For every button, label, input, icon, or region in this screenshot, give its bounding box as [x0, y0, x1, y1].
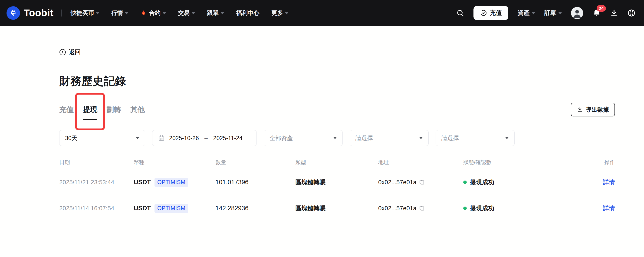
chevron-down-icon: [285, 12, 288, 14]
filter-bar: 30天 2025-10-26 – 2025-11-24 全部資產 請選擇 請: [59, 130, 615, 146]
deposit-icon: [480, 10, 487, 16]
back-circle-icon: [59, 49, 66, 56]
chevron-down-icon: [505, 137, 509, 139]
network-tag: OPTIMISM: [154, 178, 188, 187]
date-from: 2025-10-26: [169, 135, 199, 142]
header-type: 類型: [296, 159, 378, 166]
chevron-down-icon: [125, 12, 128, 14]
table-row: 2025/11/21 23:53:44 USDT OPTIMISM 101.01…: [59, 169, 615, 195]
address-value: 0x02...57e01a: [378, 179, 416, 186]
status-text: 提現成功: [470, 204, 494, 212]
search-icon[interactable]: [456, 9, 464, 17]
table-header-row: 日期 幣種 數量 類型 地址 狀態/確認數 操作: [59, 155, 615, 169]
header-date: 日期: [59, 159, 134, 166]
amount-value: 142.282936: [215, 205, 248, 212]
top-nav: Toobit 快捷买币 行情 合约 交易: [0, 0, 644, 26]
chevron-down-icon: [221, 12, 224, 14]
language-globe-icon[interactable]: [627, 9, 636, 17]
calendar-icon: [158, 134, 165, 142]
chevron-down-icon: [419, 137, 423, 139]
coin-symbol: USDT: [134, 179, 151, 186]
status-select[interactable]: 請選擇: [436, 130, 514, 146]
menu-item-rewards-hub[interactable]: 福利中心: [236, 9, 259, 17]
tab-deposit[interactable]: 充值: [59, 102, 74, 120]
copy-icon[interactable]: [419, 205, 425, 212]
amount-value: 101.017396: [215, 179, 248, 186]
brand-logo[interactable]: Toobit: [6, 6, 54, 20]
address-value: 0x02...57e01a: [378, 205, 416, 212]
tabs-row: 充值 提現 劃轉 其他 導出數據: [59, 102, 615, 120]
date-separator: –: [203, 135, 209, 142]
row-date: 2025/11/21 23:53:44: [59, 179, 134, 186]
export-download-icon: [577, 106, 583, 112]
date-range-picker[interactable]: 2025-10-26 – 2025-11-24: [152, 130, 257, 146]
notification-badge: 24: [596, 5, 606, 12]
header-action: 操作: [569, 159, 615, 166]
chevron-down-icon: [96, 12, 99, 14]
menu-item-futures[interactable]: 合约: [140, 9, 166, 17]
coin-symbol: USDT: [134, 205, 151, 212]
menu-item-more[interactable]: 更多: [271, 9, 288, 17]
header-status: 狀態/確認數: [463, 159, 569, 166]
menu-item-markets[interactable]: 行情: [111, 9, 128, 17]
row-date: 2025/11/14 16:07:54: [59, 205, 134, 212]
deposit-button[interactable]: 充值: [474, 6, 508, 20]
flame-icon: [140, 10, 147, 16]
date-to: 2025-11-24: [213, 135, 242, 142]
chevron-down-icon: [333, 137, 337, 139]
status-text: 提現成功: [470, 178, 494, 186]
detail-link[interactable]: 詳情: [603, 179, 615, 186]
orders-menu[interactable]: 訂單: [544, 9, 562, 17]
table-row: 2025/11/14 16:07:54 USDT OPTIMISM 142.28…: [59, 195, 615, 221]
active-tab-underline: [83, 119, 97, 120]
brand-name: Toobit: [24, 8, 54, 18]
nav-divider: [61, 10, 62, 16]
transfer-type: 區塊鏈轉賬: [296, 179, 326, 186]
period-select[interactable]: 30天: [59, 130, 145, 146]
history-tabs: 充值 提現 劃轉 其他: [59, 102, 145, 120]
menu-item-buy-crypto[interactable]: 快捷买币: [71, 9, 99, 17]
back-button[interactable]: 返回: [59, 48, 81, 56]
tab-transfer[interactable]: 劃轉: [107, 102, 121, 120]
copy-icon[interactable]: [419, 179, 425, 186]
header-address: 地址: [378, 159, 463, 166]
chevron-down-icon: [192, 12, 195, 14]
toobit-bee-icon: [6, 6, 20, 20]
main-content: 返回 財務歷史記錄 充值 提現 劃轉 其他: [0, 26, 644, 221]
chevron-down-icon: [532, 12, 535, 14]
chevron-down-icon: [163, 12, 166, 14]
network-tag: OPTIMISM: [154, 204, 188, 213]
menu-item-copy-trading[interactable]: 跟單: [207, 9, 224, 17]
notifications-bell-icon[interactable]: 24: [592, 9, 601, 17]
profile-avatar-icon[interactable]: [571, 7, 583, 19]
export-data-button[interactable]: 導出數據: [571, 103, 615, 116]
header-coin: 幣種: [134, 159, 216, 166]
type-select[interactable]: 請選擇: [350, 130, 429, 146]
tab-withdraw[interactable]: 提現: [83, 102, 97, 120]
header-amount: 數量: [215, 159, 295, 166]
back-label: 返回: [69, 48, 81, 56]
main-menu: 快捷买币 行情 合约 交易 跟單 福利中心: [71, 9, 288, 17]
transfer-type: 區塊鏈轉賬: [296, 205, 326, 212]
menu-item-trade[interactable]: 交易: [178, 9, 195, 17]
download-app-icon[interactable]: [610, 9, 618, 17]
chevron-down-icon: [136, 137, 140, 139]
asset-select[interactable]: 全部資產: [264, 130, 343, 146]
withdrawal-history-table: 日期 幣種 數量 類型 地址 狀態/確認數 操作 2025/11/21 23:5…: [59, 155, 615, 221]
detail-link[interactable]: 詳情: [603, 205, 615, 212]
assets-menu[interactable]: 資產: [518, 9, 535, 17]
page-title: 財務歷史記錄: [59, 74, 615, 88]
status-success-dot: [463, 180, 467, 184]
status-success-dot: [463, 206, 467, 210]
tab-other[interactable]: 其他: [130, 102, 145, 120]
chevron-down-icon: [558, 12, 562, 14]
